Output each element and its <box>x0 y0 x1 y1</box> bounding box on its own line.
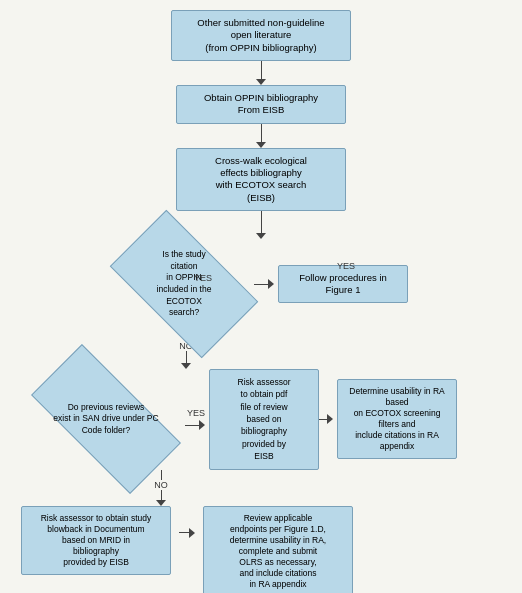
determine-box: Determine usability in RA based on ECOTO… <box>337 379 457 459</box>
connector-bottom-right <box>179 528 195 538</box>
crosswalk-box: Cross-walk ecological effects bibliograp… <box>176 148 346 211</box>
risk-assessor-no-box: Risk assessor to obtain study blowback i… <box>21 506 171 575</box>
connector-yes2-right <box>319 414 333 424</box>
connector-2 <box>256 124 266 148</box>
diamond1-row: Is the study citation in OPPIN included … <box>11 239 511 329</box>
start-box: Other submitted non-guideline open liter… <box>171 10 351 61</box>
connector-1 <box>256 61 266 85</box>
diamond2-row: Do previous reviews exist in SAN drive u… <box>11 369 511 469</box>
yes1-branch: YES <box>254 279 274 289</box>
obtain-box: Obtain OPPIN bibliography From EISB <box>176 85 346 124</box>
diamond2-text: Do previous reviews exist in SAN drive u… <box>46 402 166 437</box>
bottom-row: Risk assessor to obtain study blowback i… <box>11 506 511 594</box>
risk-assessor-yes-box: Risk assessor to obtain pdf file of revi… <box>209 369 319 469</box>
diamond1-text: Is the study citation in OPPIN included … <box>129 249 239 319</box>
yes2-branch: YES <box>185 408 205 430</box>
flowchart: Other submitted non-guideline open liter… <box>11 10 511 593</box>
diamond1: Is the study citation in OPPIN included … <box>114 239 254 329</box>
no2-label: NO <box>154 480 168 490</box>
diamond2: Do previous reviews exist in SAN drive u… <box>31 379 181 459</box>
connector-3 <box>256 211 266 239</box>
yes2-label: YES <box>187 408 205 418</box>
review-box: Review applicable endpoints per Figure 1… <box>203 506 353 594</box>
no2-arrow-group: NO <box>154 470 168 506</box>
